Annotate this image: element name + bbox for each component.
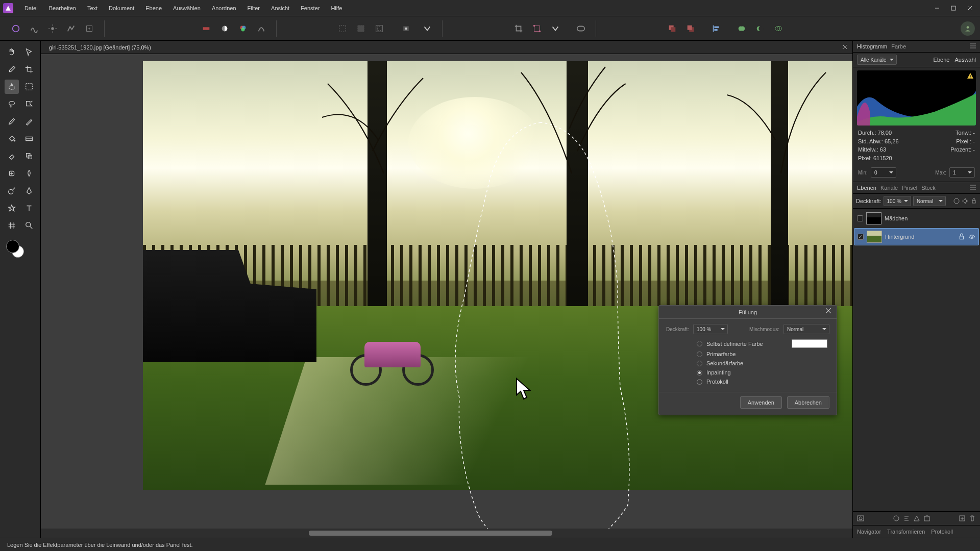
dialog-cancel-button[interactable]: Abbrechen	[787, 396, 829, 409]
bool-int-icon[interactable]	[772, 22, 785, 35]
menu-hilfe[interactable]: Hilfe	[326, 3, 347, 13]
tab-stock[interactable]: Stock	[921, 185, 936, 191]
arrange-back-icon[interactable]	[666, 22, 679, 35]
autowb-icon[interactable]	[255, 22, 268, 35]
tab-layers[interactable]: Ebenen	[857, 185, 876, 191]
tab-channels[interactable]: Kanäle	[880, 185, 898, 191]
persona-export-icon[interactable]	[83, 22, 96, 35]
mesh-tool-icon[interactable]	[5, 218, 19, 233]
dodge-tool-icon[interactable]	[5, 184, 19, 198]
eraser-tool-icon[interactable]	[5, 149, 19, 163]
layer-name[interactable]: Hintergrund	[885, 234, 955, 240]
zoom-tool-icon[interactable]	[22, 218, 36, 233]
persona-develop-icon[interactable]	[46, 22, 59, 35]
autocontrast-icon[interactable]	[218, 22, 231, 35]
canvas-viewport[interactable]	[41, 54, 852, 529]
panel-menu-icon[interactable]	[970, 43, 976, 49]
layer-gear-icon[interactable]	[962, 198, 968, 204]
tab-navigator[interactable]: Navigator	[857, 529, 881, 535]
menu-dokument[interactable]: Dokument	[104, 3, 139, 13]
layer-item[interactable]: Mädchen	[854, 210, 979, 227]
fx-icon[interactable]	[903, 515, 910, 522]
window-minimize-button[interactable]	[930, 3, 944, 14]
document-tab[interactable]: girl-535251_1920.jpg [Geändert] (75,0%)	[44, 42, 156, 53]
bool-sub-icon[interactable]	[753, 22, 767, 35]
selection-mode3-icon[interactable]	[373, 22, 386, 35]
pen-tool-icon[interactable]	[22, 184, 36, 198]
tab-transform[interactable]: Transformieren	[887, 529, 925, 535]
color-picker-tool-icon[interactable]	[5, 62, 19, 77]
pencil-tool-icon[interactable]	[22, 114, 36, 129]
autolevels-icon[interactable]	[200, 22, 213, 35]
radio-history[interactable]	[697, 379, 702, 385]
resize-icon[interactable]	[530, 22, 544, 35]
dropdown-chevron-icon[interactable]	[549, 22, 562, 35]
layer-item[interactable]: Hintergrund	[854, 228, 979, 245]
arrange-front-icon[interactable]	[684, 22, 697, 35]
channel-dropdown[interactable]: Alle Kanäle	[857, 55, 897, 65]
live-icon[interactable]	[913, 515, 920, 522]
shape-tool-icon[interactable]	[5, 201, 19, 215]
dlg-opacity-dropdown[interactable]: 100 %	[693, 324, 728, 334]
bool-add-icon[interactable]	[735, 22, 748, 35]
selection-mode2-icon[interactable]	[354, 22, 368, 35]
layer-lock-icon[interactable]	[971, 198, 977, 204]
quickmask-icon[interactable]	[398, 22, 415, 35]
menu-text[interactable]: Text	[82, 3, 103, 13]
layer-visibility-check[interactable]	[857, 234, 864, 240]
persona-photo-icon[interactable]	[9, 22, 22, 35]
mask-icon[interactable]	[857, 515, 864, 522]
dlg-blend-dropdown[interactable]: Normal	[783, 324, 829, 334]
window-maximize-button[interactable]	[946, 3, 961, 14]
custom-color-swatch[interactable]	[792, 339, 827, 348]
menu-anordnen[interactable]: Anordnen	[207, 3, 241, 13]
menu-datei[interactable]: Datei	[19, 3, 43, 13]
layer-opacity-dropdown[interactable]: 100 %	[884, 196, 911, 206]
autocolor-icon[interactable]	[236, 22, 250, 35]
tab-color[interactable]: Farbe	[891, 43, 906, 49]
panel-menu-icon[interactable]	[970, 185, 976, 191]
add-layer-icon[interactable]	[959, 515, 966, 522]
layer-fx-icon[interactable]	[953, 198, 960, 204]
layer-name[interactable]: Mädchen	[885, 215, 976, 221]
tab-history[interactable]: Protokoll	[931, 529, 953, 535]
heal-tool-icon[interactable]	[5, 166, 19, 181]
smudge-tool-icon[interactable]	[22, 166, 36, 181]
clone-tool-icon[interactable]	[22, 149, 36, 163]
horizontal-scrollbar[interactable]	[41, 529, 852, 538]
gradient-tool-icon[interactable]	[22, 132, 36, 146]
menu-auswaehlen[interactable]: Auswählen	[168, 3, 206, 13]
radio-secondary[interactable]	[697, 361, 702, 366]
menu-fenster[interactable]: Fenster	[296, 3, 325, 13]
radio-inpainting[interactable]	[697, 370, 702, 375]
window-close-button[interactable]	[963, 3, 977, 14]
delete-layer-icon[interactable]	[969, 515, 976, 522]
document-close-button[interactable]	[837, 44, 852, 51]
histo-link-selection[interactable]: Auswahl	[954, 57, 976, 63]
move-tool-icon[interactable]	[22, 45, 36, 59]
crop-tool-icon[interactable]	[22, 62, 36, 77]
selection-brush-tool-icon[interactable]	[5, 80, 19, 94]
radio-primary[interactable]	[697, 352, 702, 357]
layer-visibility-check[interactable]	[857, 215, 863, 221]
marquee-tool-icon[interactable]	[22, 80, 36, 94]
tab-brushes[interactable]: Pinsel	[902, 185, 917, 191]
menu-ansicht[interactable]: Ansicht	[266, 3, 295, 13]
dropdown-chevron-icon[interactable]	[421, 22, 434, 35]
histo-link-layer[interactable]: Ebene	[934, 57, 950, 63]
align-icon[interactable]	[709, 22, 723, 35]
lock-icon[interactable]	[958, 233, 965, 240]
lasso-tool-icon[interactable]	[5, 97, 19, 111]
flood-select-tool-icon[interactable]	[22, 97, 36, 111]
min-input[interactable]: 0	[871, 167, 896, 178]
hand-tool-icon[interactable]	[5, 45, 19, 59]
max-input[interactable]: 1	[949, 167, 975, 178]
menu-bearbeiten[interactable]: Bearbeiten	[44, 3, 81, 13]
layer-blend-dropdown[interactable]: Normal	[913, 196, 946, 206]
vignette-icon[interactable]	[574, 22, 587, 35]
menu-ebene[interactable]: Ebene	[140, 3, 167, 13]
persona-liquify-icon[interactable]	[28, 22, 41, 35]
radio-custom-color[interactable]	[697, 341, 702, 346]
text-tool-icon[interactable]	[22, 201, 36, 215]
account-avatar-icon[interactable]	[961, 21, 975, 36]
